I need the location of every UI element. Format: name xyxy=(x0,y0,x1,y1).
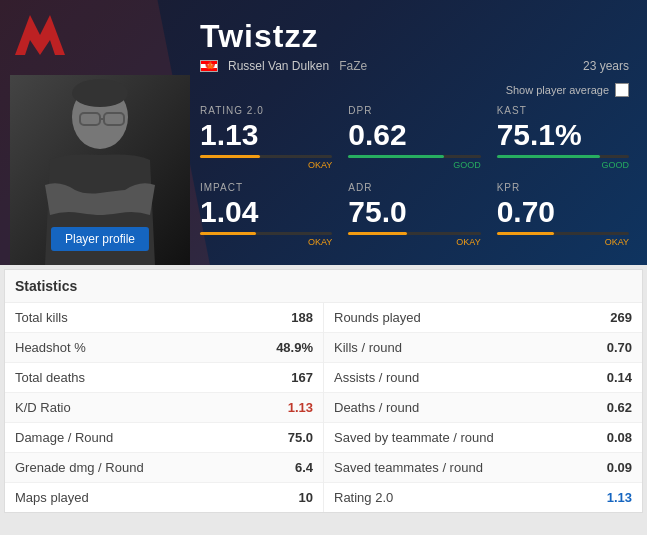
stat-bar-rating xyxy=(200,155,260,158)
stat-row-label: Total deaths xyxy=(15,370,85,385)
stat-row-label: Rounds played xyxy=(334,310,421,325)
stat-rating-rating: OKAY xyxy=(200,160,332,170)
hero-info: Twistzz Russel Van Dulken FaZe 23 years … xyxy=(200,18,629,247)
stat-row-label: Headshot % xyxy=(15,340,86,355)
stat-label-impact: IMPACT xyxy=(200,182,332,193)
stat-bar-dpr xyxy=(348,155,443,158)
country-flag xyxy=(200,60,218,72)
table-row: Saved teammates / round 0.09 xyxy=(324,453,642,483)
stat-row-value: 1.13 xyxy=(607,490,632,505)
statistics-title: Statistics xyxy=(5,270,642,303)
stat-row-label: Saved by teammate / round xyxy=(334,430,494,445)
stat-bar-container-dpr xyxy=(348,155,480,158)
stat-row-value: 167 xyxy=(291,370,313,385)
svg-marker-0 xyxy=(15,15,65,55)
stat-row-value: 269 xyxy=(610,310,632,325)
player-name: Twistzz xyxy=(200,18,629,55)
statistics-section: Statistics Total kills 188 Headshot % 48… xyxy=(4,269,643,513)
stat-row-value: 0.62 xyxy=(607,400,632,415)
stat-label-adr: ADR xyxy=(348,182,480,193)
hero-card: NISSAN Player profile Twistzz Russel Van… xyxy=(0,0,647,265)
stat-value-impact: 1.04 xyxy=(200,195,332,228)
stat-block-kast: KAST 75.1% GOOD xyxy=(497,105,629,170)
stat-bar-container-kast xyxy=(497,155,629,158)
stat-value-kpr: 0.70 xyxy=(497,195,629,228)
stat-row-label: Deaths / round xyxy=(334,400,419,415)
real-name: Russel Van Dulken xyxy=(228,59,329,73)
stat-bar-adr xyxy=(348,232,406,235)
stat-row-value: 1.13 xyxy=(288,400,313,415)
stat-bar-kast xyxy=(497,155,600,158)
stat-row-label: K/D Ratio xyxy=(15,400,71,415)
stats-tables: Total kills 188 Headshot % 48.9% Total d… xyxy=(5,303,642,512)
stat-row-value: 0.70 xyxy=(607,340,632,355)
stat-value-rating: 1.13 xyxy=(200,118,332,151)
stat-row-label: Total kills xyxy=(15,310,68,325)
stat-row-value: 48.9% xyxy=(276,340,313,355)
table-row: Kills / round 0.70 xyxy=(324,333,642,363)
stat-row-label: Rating 2.0 xyxy=(334,490,393,505)
stat-bar-kpr xyxy=(497,232,554,235)
stat-bar-container-impact xyxy=(200,232,332,235)
table-row: K/D Ratio 1.13 xyxy=(5,393,323,423)
player-meta: Russel Van Dulken FaZe 23 years xyxy=(200,59,629,73)
table-row: Grenade dmg / Round 6.4 xyxy=(5,453,323,483)
stat-label-rating: RATING 2.0 xyxy=(200,105,332,116)
table-row: Assists / round 0.14 xyxy=(324,363,642,393)
stats-left-col: Total kills 188 Headshot % 48.9% Total d… xyxy=(5,303,324,512)
stat-label-kast: KAST xyxy=(497,105,629,116)
stat-row-value: 6.4 xyxy=(295,460,313,475)
stat-label-dpr: DPR xyxy=(348,105,480,116)
stat-block-rating: RATING 2.0 1.13 OKAY xyxy=(200,105,332,170)
stat-value-dpr: 0.62 xyxy=(348,118,480,151)
stat-bar-container-kpr xyxy=(497,232,629,235)
stats-right-col: Rounds played 269 Kills / round 0.70 Ass… xyxy=(324,303,642,512)
stat-label-kpr: KPR xyxy=(497,182,629,193)
team-name: FaZe xyxy=(339,59,367,73)
stat-value-adr: 75.0 xyxy=(348,195,480,228)
table-row: Deaths / round 0.62 xyxy=(324,393,642,423)
stat-value-kast: 75.1% xyxy=(497,118,629,151)
table-row: Rounds played 269 xyxy=(324,303,642,333)
faze-logo xyxy=(10,10,70,60)
stat-block-adr: ADR 75.0 OKAY xyxy=(348,182,480,247)
table-row: Headshot % 48.9% xyxy=(5,333,323,363)
stat-rating-dpr: GOOD xyxy=(348,160,480,170)
stat-block-kpr: KPR 0.70 OKAY xyxy=(497,182,629,247)
stat-rating-impact: OKAY xyxy=(200,237,332,247)
stats-grid: RATING 2.0 1.13 OKAY DPR 0.62 GOOD KAST … xyxy=(200,105,629,247)
stat-rating-kast: GOOD xyxy=(497,160,629,170)
stat-rating-kpr: OKAY xyxy=(497,237,629,247)
show-average-label: Show player average xyxy=(506,84,609,96)
stat-bar-container-adr xyxy=(348,232,480,235)
player-profile-button[interactable]: Player profile xyxy=(51,227,149,251)
table-row: Saved by teammate / round 0.08 xyxy=(324,423,642,453)
stat-rating-adr: OKAY xyxy=(348,237,480,247)
stat-row-value: 188 xyxy=(291,310,313,325)
svg-point-6 xyxy=(72,79,128,107)
table-row: Total deaths 167 xyxy=(5,363,323,393)
stat-bar-container-rating xyxy=(200,155,332,158)
stat-row-label: Damage / Round xyxy=(15,430,113,445)
show-average-checkbox[interactable] xyxy=(615,83,629,97)
stat-row-value: 0.14 xyxy=(607,370,632,385)
stat-bar-impact xyxy=(200,232,256,235)
show-average: Show player average xyxy=(200,83,629,97)
stat-row-value: 0.09 xyxy=(607,460,632,475)
stat-row-label: Grenade dmg / Round xyxy=(15,460,144,475)
table-row: Total kills 188 xyxy=(5,303,323,333)
table-row: Rating 2.0 1.13 xyxy=(324,483,642,512)
table-row: Maps played 10 xyxy=(5,483,323,512)
stat-row-label: Saved teammates / round xyxy=(334,460,483,475)
stat-block-dpr: DPR 0.62 GOOD xyxy=(348,105,480,170)
stat-block-impact: IMPACT 1.04 OKAY xyxy=(200,182,332,247)
stat-row-label: Maps played xyxy=(15,490,89,505)
stat-row-value: 0.08 xyxy=(607,430,632,445)
stat-row-value: 75.0 xyxy=(288,430,313,445)
player-image-area: NISSAN Player profile xyxy=(0,0,200,265)
stat-row-label: Assists / round xyxy=(334,370,419,385)
player-age: 23 years xyxy=(583,59,629,73)
table-row: Damage / Round 75.0 xyxy=(5,423,323,453)
stat-row-label: Kills / round xyxy=(334,340,402,355)
stat-row-value: 10 xyxy=(299,490,313,505)
